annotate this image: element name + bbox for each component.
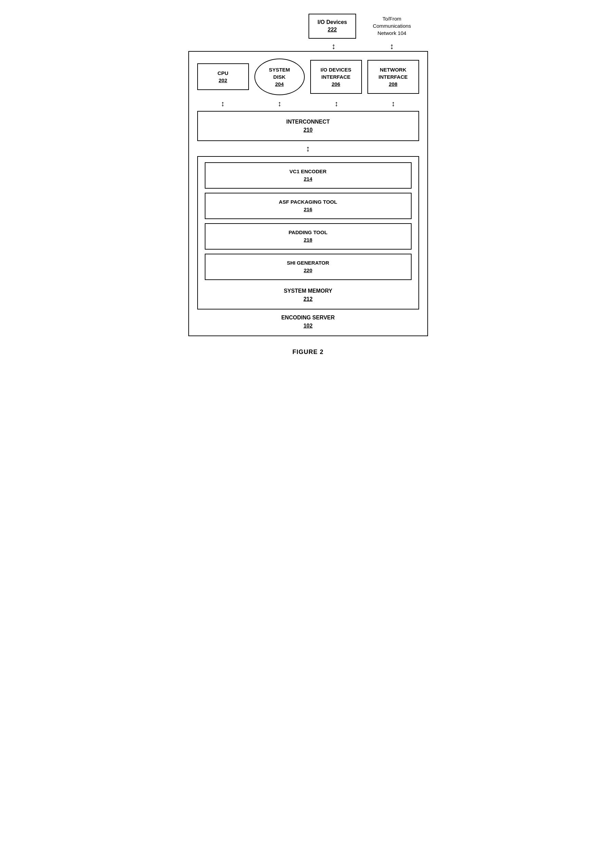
- padding-tool-box: PADDING TOOL 218: [205, 223, 411, 249]
- sysdisk-arrow: ↕: [254, 99, 306, 108]
- encoding-server-outer-box: CPU 202 SYSTEMDISK 204 I/O DEVICESINTERF…: [189, 51, 428, 336]
- figure-caption: FIGURE 2: [292, 348, 324, 356]
- system-disk-box: SYSTEMDISK 204: [254, 59, 305, 95]
- vc1-encoder-label: VC1 ENCODER: [210, 168, 406, 176]
- component-arrows-row: ↕ ↕ ↕ ↕: [197, 99, 419, 108]
- io-devices-interface-number: 206: [315, 80, 357, 87]
- cpu-box: CPU 202: [197, 63, 249, 90]
- encoding-server-label: ENCODING SERVER 102: [197, 314, 419, 330]
- system-disk-label: SYSTEMDISK: [269, 66, 290, 80]
- iodi-arrow: ↕: [311, 99, 362, 108]
- cpu-label: CPU: [202, 70, 244, 77]
- network-interface-label: NETWORKINTERFACE: [372, 66, 414, 80]
- shi-generator-box: SHI GENERATOR 220: [205, 254, 411, 280]
- interconnect-number: 210: [204, 126, 412, 134]
- vc1-encoder-number: 214: [210, 175, 406, 183]
- page-container: I/O Devices 222 To/FromCommunicationsNet…: [189, 14, 428, 356]
- io-devices-arrow: ↕: [312, 42, 356, 51]
- asf-packaging-number: 216: [210, 206, 406, 213]
- io-devices-label: I/O Devices: [318, 18, 347, 26]
- system-disk-number: 204: [275, 80, 284, 87]
- netif-arrow: ↕: [368, 99, 419, 108]
- encoding-server-number: 102: [197, 322, 419, 330]
- system-memory-box: VC1 ENCODER 214 ASF PACKAGING TOOL 216 P…: [197, 156, 419, 310]
- components-row: CPU 202 SYSTEMDISK 204 I/O DEVICESINTERF…: [197, 59, 419, 95]
- system-memory-number: 212: [205, 295, 411, 303]
- network-interface-box: NETWORKINTERFACE 208: [367, 60, 419, 94]
- network-interface-number: 208: [372, 80, 414, 87]
- system-memory-label: SYSTEM MEMORY 212: [205, 287, 411, 303]
- asf-packaging-box: ASF PACKAGING TOOL 216: [205, 193, 411, 219]
- padding-tool-label: PADDING TOOL: [210, 229, 406, 237]
- cpu-arrow: ↕: [197, 99, 249, 108]
- io-devices-interface-box: I/O DEVICESINTERFACE 206: [310, 60, 362, 94]
- shi-generator-label: SHI GENERATOR: [210, 259, 406, 267]
- io-devices-interface-label: I/O DEVICESINTERFACE: [315, 66, 357, 80]
- interconnect-to-memory-arrow: ↕: [197, 141, 419, 156]
- comm-network-label: To/FromCommunicationsNetwork 104: [370, 14, 414, 37]
- cpu-number: 202: [202, 77, 244, 84]
- padding-tool-number: 218: [210, 236, 406, 244]
- comm-network-arrow: ↕: [370, 42, 414, 51]
- interconnect-label: INTERCONNECT: [204, 118, 412, 126]
- vc1-encoder-box: VC1 ENCODER 214: [205, 162, 411, 189]
- io-devices-box: I/O Devices 222: [309, 14, 356, 39]
- asf-packaging-label: ASF PACKAGING TOOL: [210, 198, 406, 206]
- top-area: I/O Devices 222 To/FromCommunicationsNet…: [189, 14, 428, 39]
- interconnect-box: INTERCONNECT 210: [197, 111, 419, 141]
- shi-generator-number: 220: [210, 267, 406, 274]
- io-devices-number: 222: [318, 26, 347, 34]
